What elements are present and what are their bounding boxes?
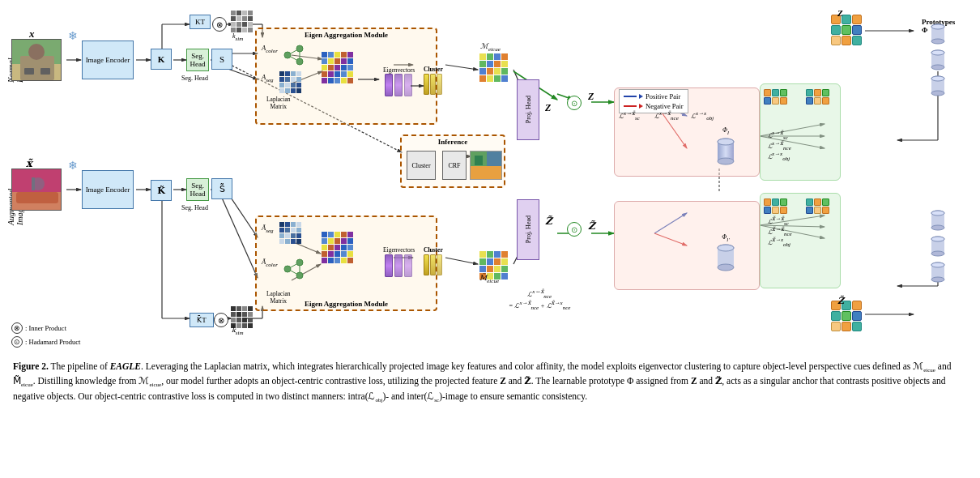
cubes-green-top-1	[764, 89, 787, 105]
x-tilde-label: x̃	[26, 157, 32, 170]
svg-point-72	[284, 52, 291, 58]
loss-sc-xtilde: ℒx̃→x̄sc	[768, 216, 789, 227]
svg-point-113	[931, 225, 944, 230]
seg-head-top: Seg. Head	[186, 49, 209, 71]
prototypes-top	[930, 23, 946, 97]
inner-product-legend: ⊗ : Inner Product ⊙ : Hadamard Product	[11, 322, 80, 348]
svg-point-102	[931, 50, 944, 55]
laplacian-grid-top	[322, 52, 353, 83]
svg-point-86	[296, 272, 303, 279]
z-after-hadamard-bottom: Z̃	[588, 220, 595, 233]
z-label-far-right-top: Z	[837, 8, 843, 18]
eam-box-top: Eigen Aggregation Module Acolor Aseg	[255, 28, 437, 125]
prototypes-bottom	[930, 209, 946, 284]
s-tilde-box: S̃	[211, 178, 232, 199]
svg-rect-71	[32, 177, 35, 190]
svg-point-98	[931, 24, 944, 29]
z-tilde-label-right: Z̃	[837, 296, 844, 306]
snowflake-top: ❄	[68, 29, 78, 43]
svg-point-64	[28, 44, 45, 60]
proj-head-top: Proj. Head	[517, 79, 539, 140]
z-after-hadamard-top: Z	[588, 91, 594, 103]
x-label: x	[29, 28, 35, 41]
hadamard-bottom: ⊙	[567, 222, 582, 237]
loss-nce-xtilde: ℒx̃→x̄nce	[768, 226, 792, 237]
ksim-tilde	[231, 306, 253, 328]
caption-area: Figure 2. The pipeline of EAGLE. Leverag…	[6, 355, 974, 404]
svg-point-110	[718, 245, 734, 251]
inference-cluster: Cluster	[407, 151, 436, 180]
legend-negative: Negative Pair	[624, 102, 684, 110]
svg-line-87	[291, 264, 296, 267]
ksim-top	[231, 11, 253, 32]
loss-nce-x-to-x-top: ℒx→x̄nce	[654, 110, 679, 122]
eigenvectors-icon-bottom	[385, 254, 412, 277]
kt-box-top: KT	[190, 15, 211, 29]
otimes-bottom: ⊗	[214, 313, 228, 327]
svg-point-122	[931, 262, 944, 267]
svg-point-94	[718, 139, 734, 145]
cluster-icon-bottom-eam	[424, 254, 442, 275]
svg-point-105	[931, 91, 944, 96]
seg-head-bottom-label: Seg. Head	[181, 204, 208, 211]
svg-line-29	[221, 196, 258, 278]
hadamard-top: ⊙	[567, 96, 582, 110]
inference-box: Inference Cluster CRF	[400, 134, 505, 188]
m-eicue-label: ℳeicue	[480, 42, 501, 53]
loss-obj-xtilde: ℒx̃→xobj	[768, 237, 790, 248]
svg-point-84	[284, 266, 291, 272]
svg-line-75	[291, 50, 296, 53]
svg-point-121	[931, 277, 944, 282]
loss-sc-x-to-xbar: ℒx→x̄sc	[768, 130, 788, 141]
svg-point-101	[931, 65, 944, 70]
laplacian-label-top: LaplacianMatrix	[266, 96, 291, 110]
main-container: Normal Image Augmented Image	[0, 0, 980, 478]
k-tilde-box: K̃	[151, 180, 172, 201]
svg-line-17	[445, 65, 478, 70]
loss-region-bottom	[614, 201, 760, 290]
cluster-label-bottom-eam: Cluster	[424, 246, 443, 254]
svg-point-73	[296, 45, 303, 52]
svg-rect-69	[16, 192, 58, 203]
a-seg-label: Aseg	[262, 73, 274, 83]
inference-crf: CRF	[442, 151, 467, 180]
snowflake-bottom: ❄	[68, 159, 78, 173]
svg-point-97	[931, 39, 944, 44]
svg-rect-83	[475, 156, 483, 165]
cubes-green-bottom-2	[806, 198, 829, 214]
a-seg-grid-top	[279, 71, 301, 93]
svg-point-74	[296, 58, 303, 65]
loss-sc-x-to-x-top: ℒx→x̄sc	[619, 110, 640, 122]
svg-point-117	[931, 251, 944, 256]
phi-l-prime-container: Φl'	[716, 233, 735, 275]
eam-box-bottom: Eigen Aggregation Module Ãseg Ãcolor Lap	[255, 216, 437, 311]
seg-head-top-label: Seg. Head	[181, 75, 208, 82]
svg-point-106	[931, 76, 944, 81]
z-tilde-cubes-right	[831, 301, 862, 331]
k-box-top: K	[151, 49, 172, 70]
svg-point-114	[931, 211, 944, 216]
a-tilde-seg-grid	[279, 222, 301, 244]
cluster-icon-top-eam	[424, 74, 442, 95]
svg-point-109	[718, 264, 734, 271]
figure-area: Normal Image Augmented Image	[6, 6, 974, 355]
cubes-green-bottom-1	[764, 198, 787, 214]
eigenvectors-label-top: Eigenvectors	[383, 66, 415, 74]
odot-legend: ⊙ : Hadamard Product	[11, 336, 80, 348]
augmented-image	[11, 169, 62, 211]
laplacian-grid-bottom	[322, 232, 353, 263]
laplacian-label-bottom: LaplacianMatrix	[266, 290, 291, 305]
caption-text: Figure 2. The pipeline of EAGLE. Leverag…	[13, 361, 951, 401]
image-encoder-top: Image Encoder	[82, 41, 134, 79]
cubes-green-top-2	[806, 89, 829, 105]
svg-line-33	[445, 258, 478, 264]
eigenvectors-icon-top	[385, 74, 412, 96]
z-tilde-label: Z̃	[545, 216, 552, 228]
otimes-legend: ⊗ : Inner Product	[11, 322, 80, 334]
phi-l-container: Φl	[716, 126, 735, 169]
m-tilde-eicue-label: M̃eicue	[479, 274, 499, 284]
svg-point-85	[296, 259, 303, 266]
svg-rect-81	[471, 166, 502, 180]
svg-line-76	[291, 57, 296, 60]
kt-tilde-box: K̃T	[190, 313, 214, 327]
